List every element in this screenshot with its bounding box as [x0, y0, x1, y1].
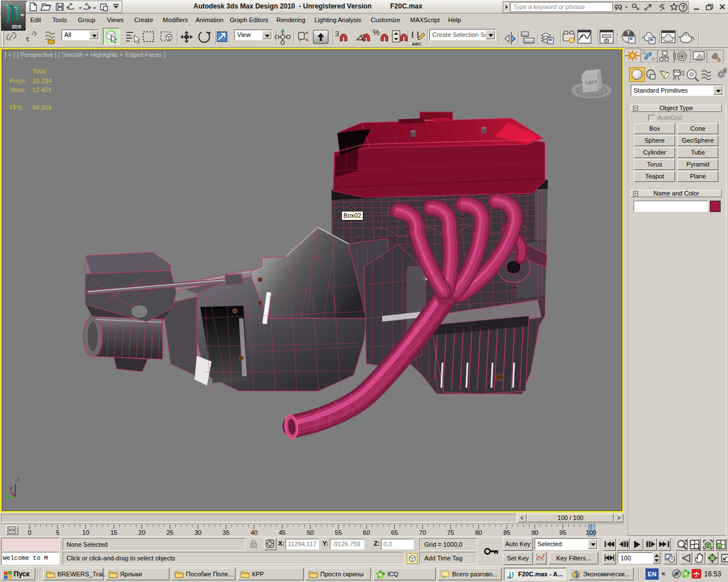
svg-text:90: 90	[531, 529, 538, 536]
svg-text:25: 25	[167, 529, 173, 536]
svg-text:30: 30	[195, 529, 201, 536]
svg-text:80: 80	[475, 529, 482, 536]
svg-text:60: 60	[363, 529, 370, 536]
svg-text:45: 45	[279, 529, 286, 536]
svg-text:?: ?	[681, 4, 685, 11]
svg-text:95: 95	[559, 529, 566, 536]
svg-text:3DS: 3DS	[11, 24, 22, 30]
svg-text:55: 55	[335, 529, 342, 536]
svg-text:75: 75	[447, 529, 454, 536]
svg-text:15: 15	[110, 529, 117, 536]
svg-text:z: z	[16, 476, 20, 483]
svg-text:3ds: 3ds	[507, 576, 512, 579]
svg-text:65: 65	[391, 529, 398, 536]
svg-text:x: x	[10, 484, 13, 491]
svg-text:35: 35	[222, 529, 229, 536]
svg-text:3: 3	[335, 30, 339, 38]
svg-text:70: 70	[419, 529, 426, 536]
svg-text:100: 100	[586, 529, 596, 536]
svg-text:ABC: ABC	[412, 41, 422, 47]
svg-text:%: %	[373, 28, 379, 37]
svg-text:40: 40	[251, 529, 258, 536]
svg-text:5: 5	[56, 529, 59, 536]
svg-text:y: y	[5, 489, 8, 496]
svg-text:LEFT: LEFT	[586, 80, 598, 85]
svg-text:85: 85	[503, 529, 510, 536]
svg-text:10: 10	[82, 529, 89, 536]
svg-text:50: 50	[307, 529, 313, 536]
svg-text:20: 20	[138, 529, 145, 536]
svg-text:0: 0	[28, 529, 31, 536]
